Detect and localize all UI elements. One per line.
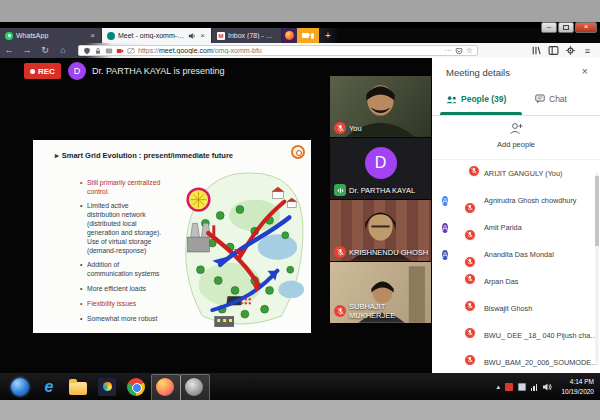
url-bar[interactable]: https://meet.google.com/omq-xomm-bfu ···…: [78, 45, 478, 56]
tab-inbox[interactable]: M Inbox (78) - arg.ee@b: [212, 28, 282, 43]
arrow-bullet-icon: ▸: [55, 151, 59, 160]
mic-muted-icon: [334, 122, 346, 134]
network-icon[interactable]: [531, 383, 538, 391]
tab-meet[interactable]: Meet - omq-xomm-bfu ×: [102, 28, 212, 43]
reload-icon[interactable]: ↻: [36, 43, 54, 58]
avatar-initial: D: [365, 147, 397, 179]
tray-expand-icon[interactable]: ▴: [496, 383, 500, 391]
mic-muted-icon: [464, 256, 476, 268]
menu-icon[interactable]: ≡: [579, 46, 596, 56]
slide-bullet: Still primarily centralized control.: [80, 179, 162, 197]
tab-label: Meet - omq-xomm-bfu: [118, 32, 185, 39]
meeting-details-panel: Meeting details × People (39) Chat Add p…: [432, 58, 600, 373]
home-icon[interactable]: ⌂: [54, 43, 72, 58]
participant-row[interactable]: BWU_BAM_20_006_SOUMODEEP MO…: [432, 349, 600, 373]
mic-muted-icon: [464, 327, 476, 339]
screen-recorder-icon[interactable]: [185, 378, 203, 396]
panel-close-icon[interactable]: ×: [582, 65, 588, 77]
mic-muted-icon: [464, 300, 476, 312]
library-icon[interactable]: [528, 45, 545, 56]
slide-bullet: Addition of communication systems: [80, 261, 162, 279]
presenter-avatar: D: [68, 62, 86, 80]
tile-name: Dr. PARTHA KAYAL: [349, 186, 415, 195]
shield-icon[interactable]: [83, 47, 91, 55]
minimize-button[interactable]: –: [541, 22, 557, 33]
participant-avatar: A: [442, 223, 448, 233]
bookmark-star-icon[interactable]: ☆: [466, 46, 473, 55]
tab-whatsapp[interactable]: WhatsApp ×: [0, 28, 102, 43]
slide-bullet: Somewhat more robust: [80, 315, 162, 324]
media-player-icon[interactable]: [98, 378, 116, 396]
page-actions-icon[interactable]: ···: [445, 47, 452, 54]
sidebar-toggle-icon[interactable]: [545, 45, 562, 56]
camera-mic-sharing-icon: [297, 28, 319, 43]
firefox-taskbar-icon[interactable]: [156, 378, 174, 396]
participant-row[interactable]: A Agnirudra Ghosh chowdhury: [432, 187, 600, 214]
participant-avatar: A: [442, 250, 448, 260]
gmail-icon: M: [217, 32, 225, 40]
smart-grid-illustration: [161, 166, 309, 330]
close-tab-icon[interactable]: ×: [89, 31, 96, 40]
new-tab-button[interactable]: +: [319, 28, 337, 43]
participant-row[interactable]: BWU_ DEE _18_ 040 Pijush chakraborty: [432, 322, 600, 349]
photo-bottom-strip: [0, 400, 600, 420]
video-tile-krishnendu[interactable]: KRISHNENDU GHOSH: [330, 200, 431, 261]
participant-row[interactable]: ARIJIT GANGULY (You): [432, 160, 600, 187]
close-tab-icon[interactable]: ×: [199, 31, 206, 40]
maximize-button[interactable]: [558, 22, 574, 33]
slide-bullet: Limited active distribution network (dis…: [80, 202, 162, 255]
mic-muted-icon: [334, 246, 346, 258]
permissions-icon[interactable]: [105, 47, 113, 55]
participant-name: Biswajit Ghosh: [472, 304, 600, 313]
action-center-icon[interactable]: [505, 383, 513, 391]
photo-top-strip: [0, 0, 600, 22]
pocket-icon[interactable]: [455, 47, 463, 55]
panel-scrollbar-thumb[interactable]: [595, 176, 599, 246]
mic-muted-icon: [464, 202, 476, 214]
browser-tab-bar: WhatsApp × Meet - omq-xomm-bfu × M Inbox…: [0, 28, 600, 43]
sharing-indicator[interactable]: [282, 28, 319, 43]
chat-tab-label: Chat: [549, 94, 567, 104]
mic-muted-icon: [464, 229, 476, 241]
participant-row[interactable]: Biswajit Ghosh: [432, 295, 600, 322]
extension-icon[interactable]: [562, 45, 579, 56]
participant-row[interactable]: A Amit Parida: [432, 214, 600, 241]
recording-label: REC: [38, 67, 55, 76]
tab-chat[interactable]: Chat: [535, 94, 567, 104]
meet-icon: [107, 32, 115, 40]
recording-badge: REC: [24, 63, 61, 79]
close-window-button[interactable]: ×: [575, 22, 597, 33]
slide-title: ▸Smart Grid Evolution : present/immediat…: [55, 151, 233, 160]
tile-name: SUBHAJIT MUKHERJEE: [349, 302, 431, 320]
lock-icon[interactable]: [94, 47, 102, 55]
mic-muted-icon: [464, 354, 476, 366]
slide-bullet: Flexibility issues: [80, 300, 162, 309]
screenshare-icon[interactable]: [127, 47, 135, 55]
volume-icon[interactable]: [542, 382, 552, 392]
taskbar-clock[interactable]: 4:14 PM 10/19/2020: [557, 377, 594, 395]
camera-active-icon[interactable]: [116, 47, 124, 55]
file-explorer-icon[interactable]: [69, 382, 87, 395]
tab-audio-icon[interactable]: [188, 32, 196, 40]
forward-icon[interactable]: →: [18, 43, 36, 58]
video-tile-subhajit[interactable]: SUBHAJIT MUKHERJEE: [330, 262, 431, 323]
internet-explorer-icon[interactable]: e: [40, 378, 58, 396]
video-tile-you[interactable]: You: [330, 76, 431, 137]
institution-logo: [291, 145, 305, 159]
chrome-icon[interactable]: [127, 378, 145, 396]
tile-name: You: [349, 124, 362, 133]
tab-people[interactable]: People (39): [446, 94, 506, 104]
add-person-icon: [509, 122, 523, 135]
add-people-button[interactable]: Add people: [432, 116, 600, 160]
participant-row[interactable]: Arpan Das: [432, 268, 600, 295]
back-icon[interactable]: ←: [0, 43, 18, 58]
tray-app-icon[interactable]: [518, 383, 526, 391]
start-button[interactable]: [11, 378, 29, 396]
tab-label: Inbox (78) - arg.ee@b: [228, 32, 276, 39]
clock-date: 10/19/2020: [561, 387, 594, 396]
video-tile-partha[interactable]: D Dr. PARTHA KAYAL: [330, 138, 431, 199]
panel-title: Meeting details: [446, 67, 510, 78]
audio-speaking-icon: [334, 184, 346, 196]
participant-name: ARIJIT GANGULY (You): [472, 169, 600, 178]
participant-row[interactable]: A Anandita Das Mondal: [432, 241, 600, 268]
